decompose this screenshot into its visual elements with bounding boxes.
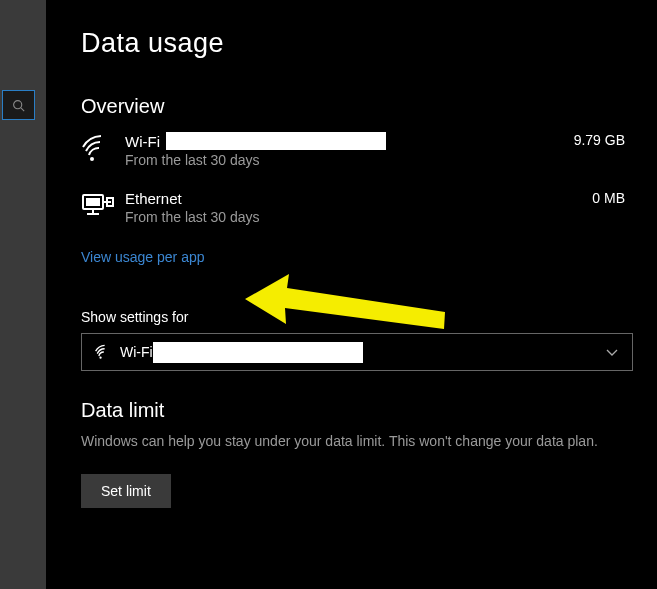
network-name: Wi-Fi — [125, 133, 160, 150]
ethernet-icon — [81, 190, 125, 222]
network-subtitle: From the last 30 days — [125, 152, 574, 168]
network-row-ethernet[interactable]: Ethernet From the last 30 days 0 MB — [81, 190, 633, 225]
chevron-down-icon — [604, 344, 620, 360]
network-info: Wi-Fi From the last 30 days — [125, 132, 574, 168]
svg-point-2 — [90, 157, 94, 161]
network-subtitle: From the last 30 days — [125, 209, 592, 225]
network-usage-value: 9.79 GB — [574, 132, 633, 148]
svg-line-1 — [21, 107, 24, 110]
network-usage-value: 0 MB — [592, 190, 633, 206]
wifi-icon — [94, 341, 112, 363]
overview-heading: Overview — [81, 95, 633, 118]
settings-content: Data usage Overview Wi-Fi From the last … — [46, 0, 657, 589]
svg-point-0 — [14, 100, 22, 108]
show-settings-label: Show settings for — [81, 309, 633, 325]
view-usage-per-app-link[interactable]: View usage per app — [81, 249, 205, 265]
network-info: Ethernet From the last 30 days — [125, 190, 592, 225]
dropdown-selected: Wi-Fi — [120, 344, 153, 360]
data-limit-description: Windows can help you stay under your dat… — [81, 432, 601, 452]
redacted-ssid — [153, 342, 363, 363]
redacted-ssid — [166, 132, 386, 150]
svg-rect-4 — [86, 198, 100, 206]
page-title: Data usage — [81, 28, 633, 59]
left-sidebar — [0, 0, 46, 589]
wifi-icon — [81, 132, 125, 164]
svg-point-9 — [99, 357, 101, 359]
set-limit-button[interactable]: Set limit — [81, 474, 171, 508]
network-row-wifi[interactable]: Wi-Fi From the last 30 days 9.79 GB — [81, 132, 633, 168]
network-name: Ethernet — [125, 190, 182, 207]
search-icon — [12, 99, 25, 112]
show-settings-dropdown[interactable]: Wi-Fi — [81, 333, 633, 371]
data-limit-heading: Data limit — [81, 399, 633, 422]
search-box[interactable] — [2, 90, 35, 120]
